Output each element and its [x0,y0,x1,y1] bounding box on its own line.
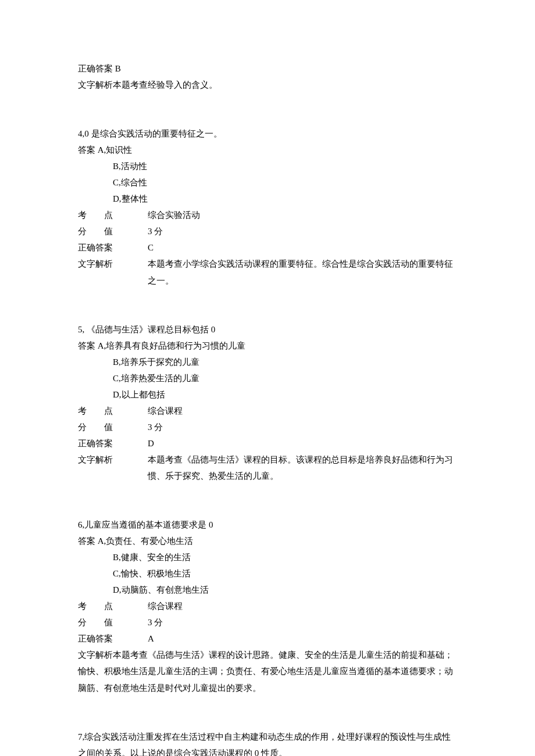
explanation-label: 文字解析 [78,80,113,89]
explanation-label: 文字解析 [78,452,148,484]
score-label: 分值 [78,419,148,435]
question-stem: 4,0 是综合实践活动的重要特征之一。 [78,126,457,142]
question-stem: 5, 《品德与生活》课程总目标包括 0 [78,321,457,338]
explanation-label: 文字解析 [78,256,148,288]
score-row: 分值 3 分 [78,614,457,630]
question-3-tail: 正确答案 B 文字解析本题考查经验导入的含义。 [78,60,457,93]
score-value: 3 分 [148,223,457,239]
option-a-line: 答案 A,负责任、有爱心地生活 [78,533,457,549]
option-a: A,知识性 [98,145,133,155]
option-c: C,愉快、积极地生活 [78,565,457,582]
correct-answer-label: 正确答案 [78,64,113,73]
option-a-line: 答案 A,知识性 [78,142,457,158]
exam-point-label: 考点 [78,207,148,223]
score-value: 3 分 [148,419,457,435]
explanation-text: 本题考查《品德与生活》课程的目标。该课程的总目标是培养良好品德和行为习惯、乐于探… [148,452,457,484]
option-b: B,培养乐于探究的儿童 [78,354,457,370]
answers-prefix: 答案 [78,536,95,546]
question-6: 6,儿童应当遵循的基本道德要求是 0 答案 A,负责任、有爱心地生活 B,健康、… [78,517,457,696]
explanation-label: 文字解析 [78,650,113,660]
explanation-text: 本题考查经验导入的含义。 [113,80,217,89]
option-d: D,以上都包括 [78,386,457,403]
document-page: 正确答案 B 文字解析本题考查经验导入的含义。 4,0 是综合实践活动的重要特征… [0,0,535,756]
score-value: 3 分 [148,614,457,630]
question-4: 4,0 是综合实践活动的重要特征之一。 答案 A,知识性 B,活动性 C,综合性… [78,126,457,288]
correct-answer-value: A [148,630,457,647]
correct-answer-value: B [115,64,121,73]
option-a-line: 答案 A,培养具有良好品德和行为习惯的儿童 [78,338,457,354]
exam-point-label: 考点 [78,598,148,614]
option-b: B,活动性 [78,158,457,174]
question-5: 5, 《品德与生活》课程总目标包括 0 答案 A,培养具有良好品德和行为习惯的儿… [78,321,457,484]
exam-point-row: 考点 综合课程 [78,598,457,614]
correct-answer-label: 正确答案 [78,239,148,256]
score-row: 分值 3 分 [78,419,457,435]
explanation-line: 文字解析本题考查《品德与生活》课程的设计思路。健康、安全的生活是儿童生活的前提和… [78,647,457,696]
exam-point-row: 考点 综合实验活动 [78,207,457,223]
question-7: 7,综合实践活动注重发挥在生活过程中自主构建和动态生成的作用，处理好课程的预设性… [78,729,457,756]
correct-answer-row: 正确答案 C [78,239,457,256]
option-c: C,培养热爱生活的儿童 [78,370,457,386]
exam-point-label: 考点 [78,403,148,419]
correct-answer-row: 正确答案 A [78,630,457,647]
correct-answer-value: C [148,239,457,256]
question-stem: 6,儿童应当遵循的基本道德要求是 0 [78,517,457,533]
explanation-text: 本题考查《品德与生活》课程的设计思路。健康、安全的生活是儿童生活的前提和基础；愉… [78,650,453,692]
correct-answer-row: 正确答案 D [78,435,457,452]
explanation-row: 文字解析 本题考查《品德与生活》课程的目标。该课程的总目标是培养良好品德和行为习… [78,452,457,484]
answers-prefix: 答案 [78,341,95,350]
question-stem: 7,综合实践活动注重发挥在生活过程中自主构建和动态生成的作用，处理好课程的预设性… [78,729,457,756]
exam-point-value: 综合课程 [148,403,457,419]
option-d: D,整体性 [78,191,457,207]
explanation-row: 文字解析 本题考查小学综合实践活动课程的重要特征。综合性是综合实践活动的重要特征… [78,256,457,288]
exam-point-value: 综合实验活动 [148,207,457,223]
option-a: A,负责任、有爱心地生活 [98,536,194,546]
score-label: 分值 [78,614,148,630]
explanation-text: 本题考查小学综合实践活动课程的重要特征。综合性是综合实践活动的重要特征之一。 [148,256,457,288]
correct-answer-label: 正确答案 [78,435,148,452]
score-row: 分值 3 分 [78,223,457,239]
correct-answer-line: 正确答案 B [78,60,457,77]
exam-point-value: 综合课程 [148,598,457,614]
option-b: B,健康、安全的生活 [78,549,457,565]
option-c: C,综合性 [78,174,457,191]
explanation-line: 文字解析本题考查经验导入的含义。 [78,77,457,93]
answers-prefix: 答案 [78,145,95,155]
correct-answer-label: 正确答案 [78,630,148,647]
correct-answer-value: D [148,435,457,452]
option-d: D,动脑筋、有创意地生活 [78,582,457,598]
option-a: A,培养具有良好品德和行为习惯的儿童 [98,341,246,350]
exam-point-row: 考点 综合课程 [78,403,457,419]
score-label: 分值 [78,223,148,239]
